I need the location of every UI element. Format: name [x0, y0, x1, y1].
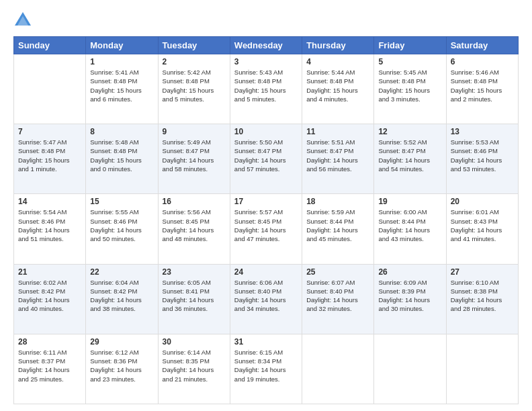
calendar-cell: 16Sunrise: 5:56 AM Sunset: 8:45 PM Dayli… — [158, 194, 230, 264]
calendar-cell: 18Sunrise: 5:59 AM Sunset: 8:44 PM Dayli… — [302, 194, 374, 264]
calendar-cell: 15Sunrise: 5:55 AM Sunset: 8:46 PM Dayli… — [86, 194, 158, 264]
day-number: 19 — [378, 197, 441, 206]
day-info: Sunrise: 5:51 AM Sunset: 8:47 PM Dayligh… — [306, 138, 369, 173]
calendar-cell: 11Sunrise: 5:51 AM Sunset: 8:47 PM Dayli… — [302, 124, 374, 194]
day-info: Sunrise: 6:02 AM Sunset: 8:42 PM Dayligh… — [18, 278, 81, 314]
weekday-saturday: Saturday — [446, 37, 518, 54]
day-number: 20 — [451, 197, 514, 206]
day-info: Sunrise: 5:41 AM Sunset: 8:48 PM Dayligh… — [90, 68, 153, 103]
day-number: 2 — [163, 57, 226, 66]
calendar-cell: 6Sunrise: 5:46 AM Sunset: 8:48 PM Daylig… — [446, 54, 518, 124]
calendar-cell — [374, 334, 446, 404]
day-info: Sunrise: 5:59 AM Sunset: 8:44 PM Dayligh… — [306, 208, 369, 243]
day-info: Sunrise: 5:42 AM Sunset: 8:48 PM Dayligh… — [163, 68, 226, 103]
weekday-friday: Friday — [374, 37, 446, 54]
calendar-cell: 1Sunrise: 5:41 AM Sunset: 8:48 PM Daylig… — [86, 54, 158, 124]
day-number: 26 — [378, 267, 441, 277]
day-number: 16 — [163, 197, 226, 206]
day-number: 22 — [90, 267, 153, 277]
calendar-cell: 7Sunrise: 5:47 AM Sunset: 8:48 PM Daylig… — [14, 124, 86, 194]
header — [13, 11, 519, 30]
day-number: 21 — [18, 267, 81, 277]
day-info: Sunrise: 5:47 AM Sunset: 8:48 PM Dayligh… — [18, 138, 81, 173]
day-info: Sunrise: 6:14 AM Sunset: 8:35 PM Dayligh… — [163, 348, 226, 383]
day-info: Sunrise: 5:43 AM Sunset: 8:48 PM Dayligh… — [234, 68, 298, 103]
day-number: 24 — [234, 267, 298, 277]
day-number: 4 — [306, 57, 369, 66]
weekday-monday: Monday — [86, 37, 158, 54]
calendar-cell: 10Sunrise: 5:50 AM Sunset: 8:47 PM Dayli… — [230, 124, 302, 194]
day-number: 23 — [163, 267, 226, 277]
calendar-cell: 21Sunrise: 6:02 AM Sunset: 8:42 PM Dayli… — [14, 264, 86, 334]
day-info: Sunrise: 6:00 AM Sunset: 8:44 PM Dayligh… — [378, 208, 441, 243]
weekday-thursday: Thursday — [302, 37, 374, 54]
calendar-cell: 29Sunrise: 6:12 AM Sunset: 8:36 PM Dayli… — [86, 334, 158, 404]
calendar-cell: 19Sunrise: 6:00 AM Sunset: 8:44 PM Dayli… — [374, 194, 446, 264]
calendar-cell — [14, 54, 86, 124]
calendar-cell: 25Sunrise: 6:07 AM Sunset: 8:40 PM Dayli… — [302, 264, 374, 334]
calendar-cell: 24Sunrise: 6:06 AM Sunset: 8:40 PM Dayli… — [230, 264, 302, 334]
calendar-cell — [302, 334, 374, 404]
day-info: Sunrise: 5:49 AM Sunset: 8:47 PM Dayligh… — [163, 138, 226, 173]
calendar-cell: 3Sunrise: 5:43 AM Sunset: 8:48 PM Daylig… — [230, 54, 302, 124]
calendar-cell: 2Sunrise: 5:42 AM Sunset: 8:48 PM Daylig… — [158, 54, 230, 124]
day-number: 3 — [234, 57, 298, 66]
calendar-cell: 22Sunrise: 6:04 AM Sunset: 8:42 PM Dayli… — [86, 264, 158, 334]
day-info: Sunrise: 5:48 AM Sunset: 8:48 PM Dayligh… — [90, 138, 153, 173]
day-number: 8 — [90, 127, 153, 136]
calendar-cell: 9Sunrise: 5:49 AM Sunset: 8:47 PM Daylig… — [158, 124, 230, 194]
calendar-cell: 17Sunrise: 5:57 AM Sunset: 8:45 PM Dayli… — [230, 194, 302, 264]
calendar-cell: 20Sunrise: 6:01 AM Sunset: 8:43 PM Dayli… — [446, 194, 518, 264]
calendar-cell — [446, 334, 518, 404]
day-number: 7 — [18, 127, 81, 136]
day-info: Sunrise: 6:01 AM Sunset: 8:43 PM Dayligh… — [451, 208, 514, 243]
day-number: 28 — [18, 337, 81, 347]
day-number: 10 — [234, 127, 298, 136]
calendar-cell: 31Sunrise: 6:15 AM Sunset: 8:34 PM Dayli… — [230, 334, 302, 404]
weekday-sunday: Sunday — [14, 37, 86, 54]
logo-icon — [13, 11, 32, 30]
day-info: Sunrise: 6:07 AM Sunset: 8:40 PM Dayligh… — [306, 278, 369, 314]
week-row-3: 14Sunrise: 5:54 AM Sunset: 8:46 PM Dayli… — [14, 194, 519, 264]
calendar-cell: 13Sunrise: 5:53 AM Sunset: 8:46 PM Dayli… — [446, 124, 518, 194]
day-number: 5 — [378, 57, 441, 66]
day-number: 6 — [451, 57, 514, 66]
calendar-cell: 14Sunrise: 5:54 AM Sunset: 8:46 PM Dayli… — [14, 194, 86, 264]
logo — [13, 11, 34, 30]
day-number: 25 — [306, 267, 369, 277]
day-info: Sunrise: 5:53 AM Sunset: 8:46 PM Dayligh… — [451, 138, 514, 173]
week-row-4: 21Sunrise: 6:02 AM Sunset: 8:42 PM Dayli… — [14, 264, 519, 334]
day-number: 29 — [90, 337, 153, 347]
day-info: Sunrise: 6:10 AM Sunset: 8:38 PM Dayligh… — [451, 278, 514, 314]
weekday-tuesday: Tuesday — [158, 37, 230, 54]
day-info: Sunrise: 6:04 AM Sunset: 8:42 PM Dayligh… — [90, 278, 153, 314]
day-info: Sunrise: 5:52 AM Sunset: 8:47 PM Dayligh… — [378, 138, 441, 173]
day-info: Sunrise: 6:11 AM Sunset: 8:37 PM Dayligh… — [18, 348, 81, 383]
day-info: Sunrise: 5:44 AM Sunset: 8:48 PM Dayligh… — [306, 68, 369, 103]
day-number: 1 — [90, 57, 153, 66]
day-info: Sunrise: 6:06 AM Sunset: 8:40 PM Dayligh… — [234, 278, 298, 314]
day-number: 14 — [18, 197, 81, 206]
day-number: 30 — [163, 337, 226, 347]
day-number: 15 — [90, 197, 153, 206]
weekday-header-row: SundayMondayTuesdayWednesdayThursdayFrid… — [14, 37, 519, 54]
week-row-1: 1Sunrise: 5:41 AM Sunset: 8:48 PM Daylig… — [14, 54, 519, 124]
day-number: 31 — [234, 337, 298, 347]
day-info: Sunrise: 6:09 AM Sunset: 8:39 PM Dayligh… — [378, 278, 441, 314]
day-info: Sunrise: 5:46 AM Sunset: 8:48 PM Dayligh… — [451, 68, 514, 103]
calendar-cell: 30Sunrise: 6:14 AM Sunset: 8:35 PM Dayli… — [158, 334, 230, 404]
calendar-cell: 26Sunrise: 6:09 AM Sunset: 8:39 PM Dayli… — [374, 264, 446, 334]
day-info: Sunrise: 5:57 AM Sunset: 8:45 PM Dayligh… — [234, 208, 298, 243]
day-info: Sunrise: 5:56 AM Sunset: 8:45 PM Dayligh… — [163, 208, 226, 243]
day-number: 27 — [451, 267, 514, 277]
calendar-cell: 27Sunrise: 6:10 AM Sunset: 8:38 PM Dayli… — [446, 264, 518, 334]
week-row-5: 28Sunrise: 6:11 AM Sunset: 8:37 PM Dayli… — [14, 334, 519, 404]
day-number: 9 — [163, 127, 226, 136]
page: SundayMondayTuesdayWednesdayThursdayFrid… — [0, 0, 532, 411]
day-info: Sunrise: 5:54 AM Sunset: 8:46 PM Dayligh… — [18, 208, 81, 243]
calendar-table: SundayMondayTuesdayWednesdayThursdayFrid… — [13, 36, 519, 404]
day-info: Sunrise: 6:05 AM Sunset: 8:41 PM Dayligh… — [163, 278, 226, 314]
day-number: 13 — [451, 127, 514, 136]
calendar-cell: 12Sunrise: 5:52 AM Sunset: 8:47 PM Dayli… — [374, 124, 446, 194]
day-number: 11 — [306, 127, 369, 136]
